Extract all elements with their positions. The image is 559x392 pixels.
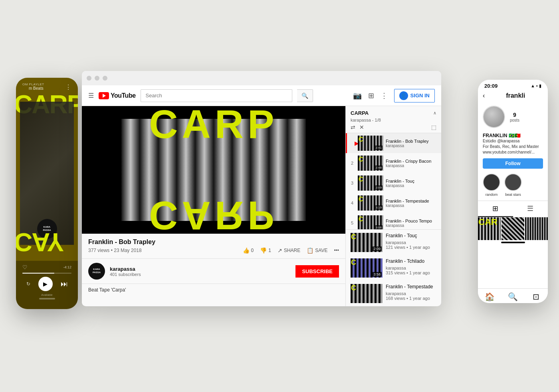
video-player[interactable]: CARP CARP	[82, 106, 345, 234]
sign-in-label: SIGN IN	[410, 93, 430, 98]
channel-name[interactable]: karapassa	[110, 266, 291, 272]
tab-list[interactable]: ☰	[513, 201, 548, 217]
dislike-button[interactable]: 👎 1	[260, 247, 271, 254]
nav-search[interactable]: 🔍	[501, 292, 524, 301]
playlist-item-2[interactable]: 2 C 2:48 Franklin - Crispy Bacon karapas…	[346, 153, 441, 173]
duration-5: 3:06	[375, 225, 383, 229]
photo-1[interactable]: CAR	[478, 217, 501, 240]
bio-section: FRANKLIN 🇧🇷🇵🇹 Estúdio @karapassaFor Beat…	[478, 131, 548, 158]
suggested-thumb-1: C 2:09	[351, 233, 383, 252]
suggested-item-3[interactable]: C Franklin - Tempestade karapassa 168 vi…	[346, 281, 441, 306]
posts-count: 9	[510, 112, 519, 118]
list-view-icon: ☰	[527, 204, 533, 213]
hamburger-menu-icon[interactable]: ☰	[88, 92, 94, 99]
item-title-5: Franklin - Pouco Tempo	[386, 219, 438, 223]
search-input[interactable]	[141, 89, 292, 102]
sign-in-avatar-icon: 👤	[399, 91, 408, 100]
nav-home[interactable]: 🏠	[478, 292, 501, 301]
grid-icon[interactable]: ⊞	[368, 91, 374, 100]
home-indicator-right	[501, 242, 525, 243]
sug-duration-1: 2:09	[372, 246, 382, 251]
posts-stat: 9 posts	[510, 112, 519, 122]
more-icon[interactable]: ⋮	[65, 84, 71, 91]
nav-profile[interactable]: ⊡	[525, 292, 548, 301]
back-icon[interactable]: ‹	[483, 92, 485, 99]
subscribe-button[interactable]: SUBSCRIBE	[295, 265, 339, 278]
tab-grid[interactable]: ⊞	[478, 201, 513, 217]
item-thumbnail-1: C 2:41	[358, 136, 383, 151]
grid-tabs: ⊞ ☰	[478, 201, 548, 217]
photo-1-text: CAR	[478, 217, 498, 227]
item-number-4: 4	[349, 201, 355, 205]
skip-next-icon[interactable]: ⏭	[61, 280, 68, 288]
highlight-random[interactable]: random	[483, 173, 500, 197]
youtube-topbar: ☰ YouTube 🔍 📷 ⊞ ⋮ 👤 SIGN IN	[82, 85, 441, 106]
item-channel-3: karapassa	[386, 183, 438, 188]
browser-dot-red[interactable]	[87, 76, 91, 81]
playlist-title: m Beats	[22, 86, 50, 92]
photo-3-content	[525, 217, 548, 240]
highlight-label-random: random	[486, 193, 498, 197]
carpa-artwork-text-top: CARP	[82, 106, 345, 144]
video-title: Franklin - Bob Trapley	[88, 238, 339, 246]
playlist-item-1[interactable]: ▶ C 2:41 Franklin - Bob Trapley karapass…	[346, 133, 441, 153]
playlist-chevron[interactable]: ∧	[433, 110, 436, 116]
play-button[interactable]: ▶	[38, 277, 53, 291]
playlist-item-4[interactable]: 4 C 3:19 Franklin - Tempestade karapassa	[346, 193, 441, 213]
playlist-sort-icon[interactable]: ⬚	[431, 124, 436, 130]
profile-stats: 9 posts	[510, 112, 519, 122]
share-button[interactable]: ↗ SHARE	[278, 247, 300, 254]
youtube-logo[interactable]: YouTube	[99, 92, 136, 99]
search-button[interactable]: 🔍	[297, 89, 313, 102]
more-options-icon[interactable]: ⋮	[381, 91, 388, 100]
follow-button[interactable]: Follow	[483, 158, 543, 169]
channel-avatar: KARA PASSA	[88, 263, 105, 280]
suggested-item-1[interactable]: C 2:09 Franklin - Touç karapassa 121 vie…	[346, 230, 441, 255]
playlist-item-3[interactable]: 3 C 2:09 Franklin - Touç karapassa	[346, 173, 441, 193]
progress-bar[interactable]	[22, 273, 71, 274]
playlist-channel: karapassa - 1/8	[351, 118, 436, 122]
photo-3[interactable]	[525, 217, 548, 240]
duration-2: 2:48	[375, 165, 383, 170]
browser-dot-yellow[interactable]	[95, 76, 99, 81]
home-indicator	[39, 298, 55, 299]
like-icon[interactable]: ♡	[22, 264, 28, 270]
browser-dot-green[interactable]	[103, 76, 107, 81]
offline-label: Available	[22, 294, 71, 296]
item-channel-1: karapassa	[386, 144, 438, 148]
playlist-loop-icon[interactable]: ⇄	[351, 124, 355, 130]
suggested-thumb-3: C	[351, 284, 383, 303]
story-highlights: random beat stars	[478, 172, 548, 201]
save-button[interactable]: 📋 SAVE	[307, 247, 327, 254]
video-section: CARP CARP Franklin - Bob Trapley 377 vie…	[82, 106, 345, 306]
item-channel-5: karapassa	[386, 223, 438, 228]
video-description: Beat Tape 'Carpa'	[82, 284, 345, 296]
bio-text: Estúdio @karapassaFor Beats, Rec, Mix an…	[483, 138, 543, 155]
playback-controls: ♡ -4:12 ↻ ▶ ⏭ Available	[16, 261, 78, 309]
repeat-icon[interactable]: ↻	[26, 281, 30, 287]
like-button[interactable]: 👍 0	[243, 247, 254, 254]
item-number-2: 2	[349, 161, 355, 165]
profile-section: 9 posts	[478, 102, 548, 131]
sign-in-button[interactable]: 👤 SIGN IN	[394, 89, 435, 102]
status-bar: 20:09 ▲ ▪ ▮	[478, 80, 548, 91]
playlist-label: OM PLAYLET	[22, 83, 50, 86]
playlist-item-5[interactable]: 5 C 3:06 Franklin - Pouco Tempo karapass…	[346, 213, 441, 229]
photo-2[interactable]	[502, 217, 524, 240]
video-artwork: CARP CARP	[82, 106, 345, 234]
sug-duration-2: 3:58	[372, 272, 382, 277]
more-actions-button[interactable]: •••	[334, 248, 339, 253]
topbar-right-icons: 📷 ⊞ ⋮ 👤 SIGN IN	[353, 89, 435, 102]
item-title-1: Franklin - Bob Trapley	[386, 139, 438, 144]
item-thumbnail-5: C 3:06	[358, 215, 383, 229]
status-icons: ▲ ▪ ▮	[531, 83, 541, 89]
item-thumbnail-3: C 2:09	[358, 175, 383, 191]
highlight-beat-stars[interactable]: beat stars	[504, 173, 522, 197]
sug-meta-1: 121 views • 1 year ago	[386, 245, 436, 250]
channel-subscribers: 401 subscribers	[110, 272, 291, 277]
sug-meta-2: 315 views • 1 year ago	[386, 270, 436, 275]
video-camera-icon[interactable]: 📷	[353, 91, 362, 100]
status-time: 20:09	[484, 83, 498, 89]
playlist-close-icon[interactable]: ✕	[359, 124, 364, 130]
suggested-item-2[interactable]: C 3:58 Franklin - Tchilado karapassa 315…	[346, 255, 441, 281]
